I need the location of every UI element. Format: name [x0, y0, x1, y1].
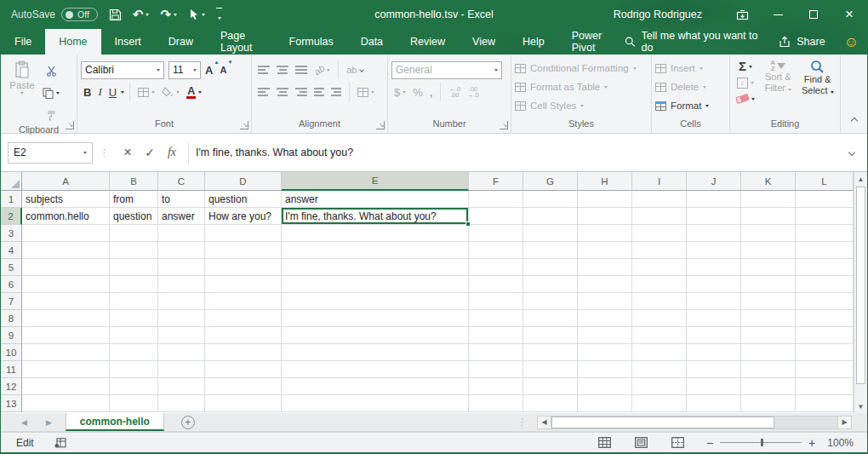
save-button[interactable]	[109, 9, 122, 21]
cell-G1[interactable]	[523, 191, 578, 208]
delete-cells-button[interactable]: Delete	[655, 78, 726, 96]
cell-D9[interactable]	[205, 327, 282, 344]
cell-F10[interactable]	[469, 344, 523, 361]
cell-H5[interactable]	[578, 259, 632, 276]
cell-K9[interactable]	[741, 327, 796, 344]
autosave-toggle[interactable]: AutoSave Off	[11, 8, 98, 21]
horizontal-scroll-thumb[interactable]	[551, 417, 774, 428]
insert-function-button[interactable]: fx	[161, 142, 183, 164]
tab-data[interactable]: Data	[347, 29, 397, 55]
cell-J6[interactable]	[687, 276, 741, 293]
cell-C5[interactable]	[158, 259, 205, 276]
cell-D8[interactable]	[205, 310, 282, 327]
cell-I11[interactable]	[632, 361, 687, 378]
column-header-F[interactable]: F	[469, 172, 523, 191]
close-button[interactable]: ×	[831, 0, 867, 29]
cell-G13[interactable]	[523, 395, 578, 412]
cell-L11[interactable]	[796, 361, 854, 378]
cell-D2[interactable]: How are you?	[205, 208, 282, 225]
cell-F7[interactable]	[469, 293, 523, 310]
cell-I12[interactable]	[632, 378, 687, 395]
cell-J12[interactable]	[687, 378, 741, 395]
cell-B11[interactable]	[110, 361, 158, 378]
cell-J13[interactable]	[687, 395, 741, 412]
cell-G12[interactable]	[523, 378, 578, 395]
cell-A13[interactable]	[22, 395, 110, 412]
bold-button[interactable]: B	[81, 83, 94, 101]
cell-D5[interactable]	[205, 259, 282, 276]
paste-button[interactable]: Paste	[4, 59, 40, 124]
cell-L12[interactable]	[796, 378, 854, 395]
cell-A7[interactable]	[22, 293, 110, 310]
cell-J1[interactable]	[687, 191, 741, 208]
cell-B6[interactable]	[110, 276, 158, 293]
customize-qat-button[interactable]	[216, 8, 222, 22]
row-header-3[interactable]: 3	[1, 225, 22, 242]
page-layout-view-button[interactable]	[635, 437, 648, 448]
cell-F13[interactable]	[469, 395, 523, 412]
cell-A3[interactable]	[22, 225, 110, 242]
cell-K13[interactable]	[741, 395, 796, 412]
cell-D6[interactable]	[205, 276, 282, 293]
zoom-in-button[interactable]: +	[808, 438, 815, 448]
format-cells-button[interactable]: Format	[655, 96, 726, 115]
cell-D1[interactable]: question	[205, 191, 282, 208]
tell-me-search[interactable]: Tell me what you want to do	[625, 30, 760, 54]
cell-B8[interactable]	[110, 310, 158, 327]
align-center-button[interactable]	[274, 83, 291, 101]
cell-E2[interactable]: I'm fine, thanks. What about you?	[282, 208, 469, 225]
macro-record-button[interactable]	[54, 438, 66, 448]
cell-J7[interactable]	[687, 293, 741, 310]
cell-K8[interactable]	[741, 310, 796, 327]
tab-draw[interactable]: Draw	[155, 29, 207, 55]
cell-H3[interactable]	[578, 225, 632, 242]
fill-button[interactable]: ↓	[734, 76, 757, 89]
cell-B12[interactable]	[110, 378, 158, 395]
format-painter-button[interactable]	[40, 106, 62, 124]
underline-dropdown-icon[interactable]	[121, 91, 124, 94]
cell-H12[interactable]	[578, 378, 632, 395]
cell-L6[interactable]	[796, 276, 854, 293]
cell-I7[interactable]	[632, 293, 687, 310]
column-header-E[interactable]: E	[282, 172, 469, 191]
alignment-dialog-launcher[interactable]: ↘	[376, 121, 385, 129]
tab-page-layout[interactable]: Page Layout	[207, 29, 276, 55]
cell-A5[interactable]	[22, 259, 110, 276]
cell-H2[interactable]	[578, 208, 632, 225]
share-button[interactable]: Share	[779, 36, 825, 48]
cell-C6[interactable]	[158, 276, 205, 293]
cell-E8[interactable]	[282, 310, 469, 327]
cell-G7[interactable]	[523, 293, 578, 310]
cell-styles-button[interactable]: Cell Styles	[515, 96, 648, 115]
align-right-button[interactable]	[293, 83, 310, 101]
cell-B3[interactable]	[110, 225, 158, 242]
cell-D3[interactable]	[205, 225, 282, 242]
increase-font-size-button[interactable]: A▲	[203, 60, 215, 79]
cell-G10[interactable]	[523, 344, 578, 361]
cell-G6[interactable]	[523, 276, 578, 293]
cell-D4[interactable]	[205, 242, 282, 259]
page-break-view-button[interactable]	[671, 437, 684, 448]
cell-G5[interactable]	[523, 259, 578, 276]
cell-K6[interactable]	[741, 276, 796, 293]
cell-A11[interactable]	[22, 361, 110, 378]
cell-G2[interactable]	[523, 208, 578, 225]
column-header-K[interactable]: K	[741, 172, 796, 191]
cell-I1[interactable]	[632, 191, 687, 208]
accounting-format-button[interactable]: $	[391, 83, 408, 101]
italic-button[interactable]: I	[95, 83, 104, 101]
cell-G11[interactable]	[523, 361, 578, 378]
cell-C9[interactable]	[158, 327, 205, 344]
font-color-button[interactable]: A	[184, 83, 204, 101]
tab-view[interactable]: View	[459, 29, 509, 55]
row-header-4[interactable]: 4	[1, 242, 22, 259]
cell-E10[interactable]	[282, 344, 469, 361]
orientation-button[interactable]: ab	[311, 60, 333, 79]
cell-C7[interactable]	[158, 293, 205, 310]
zoom-slider[interactable]	[720, 442, 802, 443]
autosum-button[interactable]: Σ	[734, 60, 757, 73]
cell-E5[interactable]	[282, 259, 469, 276]
cell-B2[interactable]: question	[110, 208, 158, 225]
cell-L9[interactable]	[796, 327, 854, 344]
cell-I3[interactable]	[632, 225, 687, 242]
